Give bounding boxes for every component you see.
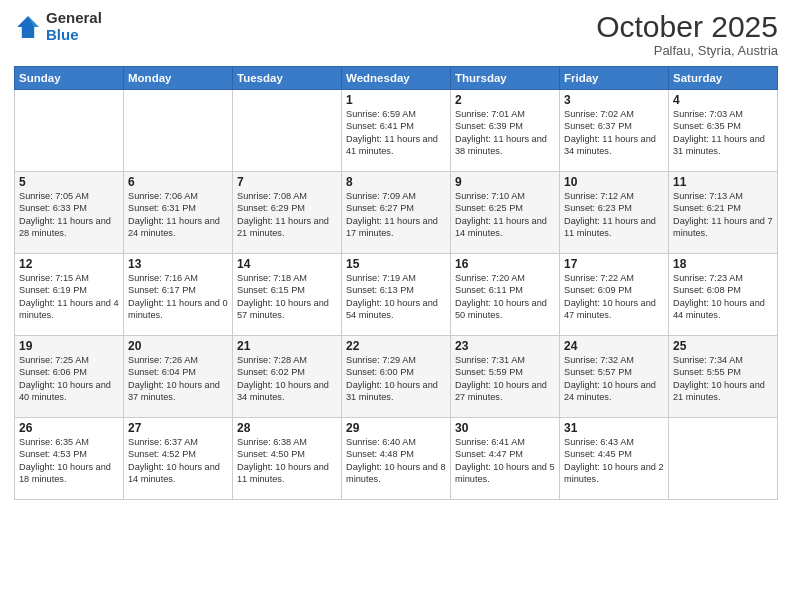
day-info: Sunrise: 7:05 AM Sunset: 6:33 PM Dayligh…	[19, 190, 119, 240]
day-info: Sunrise: 7:10 AM Sunset: 6:25 PM Dayligh…	[455, 190, 555, 240]
day-info: Sunrise: 7:08 AM Sunset: 6:29 PM Dayligh…	[237, 190, 337, 240]
day-info: Sunrise: 6:35 AM Sunset: 4:53 PM Dayligh…	[19, 436, 119, 486]
day-info: Sunrise: 7:03 AM Sunset: 6:35 PM Dayligh…	[673, 108, 773, 158]
week-row-3: 19Sunrise: 7:25 AM Sunset: 6:06 PM Dayli…	[15, 336, 778, 418]
day-number: 12	[19, 257, 119, 271]
col-wednesday: Wednesday	[342, 67, 451, 90]
logo-blue-text: Blue	[46, 26, 79, 43]
day-info: Sunrise: 7:18 AM Sunset: 6:15 PM Dayligh…	[237, 272, 337, 322]
day-info: Sunrise: 7:34 AM Sunset: 5:55 PM Dayligh…	[673, 354, 773, 404]
col-sunday: Sunday	[15, 67, 124, 90]
week-row-1: 5Sunrise: 7:05 AM Sunset: 6:33 PM Daylig…	[15, 172, 778, 254]
day-number: 6	[128, 175, 228, 189]
title-block: October 2025 Palfau, Styria, Austria	[596, 10, 778, 58]
day-info: Sunrise: 7:25 AM Sunset: 6:06 PM Dayligh…	[19, 354, 119, 404]
table-cell: 1Sunrise: 6:59 AM Sunset: 6:41 PM Daylig…	[342, 90, 451, 172]
table-cell: 30Sunrise: 6:41 AM Sunset: 4:47 PM Dayli…	[451, 418, 560, 500]
header: General Blue October 2025 Palfau, Styria…	[14, 10, 778, 58]
week-row-2: 12Sunrise: 7:15 AM Sunset: 6:19 PM Dayli…	[15, 254, 778, 336]
table-cell: 25Sunrise: 7:34 AM Sunset: 5:55 PM Dayli…	[669, 336, 778, 418]
page: General Blue October 2025 Palfau, Styria…	[0, 0, 792, 612]
table-cell: 2Sunrise: 7:01 AM Sunset: 6:39 PM Daylig…	[451, 90, 560, 172]
day-info: Sunrise: 6:41 AM Sunset: 4:47 PM Dayligh…	[455, 436, 555, 486]
table-cell: 29Sunrise: 6:40 AM Sunset: 4:48 PM Dayli…	[342, 418, 451, 500]
table-cell: 27Sunrise: 6:37 AM Sunset: 4:52 PM Dayli…	[124, 418, 233, 500]
day-number: 7	[237, 175, 337, 189]
day-number: 25	[673, 339, 773, 353]
table-cell: 31Sunrise: 6:43 AM Sunset: 4:45 PM Dayli…	[560, 418, 669, 500]
table-cell: 8Sunrise: 7:09 AM Sunset: 6:27 PM Daylig…	[342, 172, 451, 254]
calendar-header-row: Sunday Monday Tuesday Wednesday Thursday…	[15, 67, 778, 90]
week-row-4: 26Sunrise: 6:35 AM Sunset: 4:53 PM Dayli…	[15, 418, 778, 500]
table-cell: 20Sunrise: 7:26 AM Sunset: 6:04 PM Dayli…	[124, 336, 233, 418]
day-info: Sunrise: 7:16 AM Sunset: 6:17 PM Dayligh…	[128, 272, 228, 322]
day-info: Sunrise: 7:29 AM Sunset: 6:00 PM Dayligh…	[346, 354, 446, 404]
table-cell: 17Sunrise: 7:22 AM Sunset: 6:09 PM Dayli…	[560, 254, 669, 336]
col-friday: Friday	[560, 67, 669, 90]
day-info: Sunrise: 7:23 AM Sunset: 6:08 PM Dayligh…	[673, 272, 773, 322]
day-number: 13	[128, 257, 228, 271]
day-number: 20	[128, 339, 228, 353]
day-number: 23	[455, 339, 555, 353]
day-number: 24	[564, 339, 664, 353]
day-number: 22	[346, 339, 446, 353]
logo-general-text: General	[46, 9, 102, 26]
day-number: 28	[237, 421, 337, 435]
day-info: Sunrise: 7:31 AM Sunset: 5:59 PM Dayligh…	[455, 354, 555, 404]
day-info: Sunrise: 7:28 AM Sunset: 6:02 PM Dayligh…	[237, 354, 337, 404]
calendar-table: Sunday Monday Tuesday Wednesday Thursday…	[14, 66, 778, 500]
table-cell: 5Sunrise: 7:05 AM Sunset: 6:33 PM Daylig…	[15, 172, 124, 254]
table-cell: 9Sunrise: 7:10 AM Sunset: 6:25 PM Daylig…	[451, 172, 560, 254]
table-cell: 24Sunrise: 7:32 AM Sunset: 5:57 PM Dayli…	[560, 336, 669, 418]
day-info: Sunrise: 6:37 AM Sunset: 4:52 PM Dayligh…	[128, 436, 228, 486]
logo-icon	[14, 13, 42, 41]
table-cell: 19Sunrise: 7:25 AM Sunset: 6:06 PM Dayli…	[15, 336, 124, 418]
col-monday: Monday	[124, 67, 233, 90]
day-number: 29	[346, 421, 446, 435]
day-info: Sunrise: 7:09 AM Sunset: 6:27 PM Dayligh…	[346, 190, 446, 240]
table-cell	[669, 418, 778, 500]
table-cell	[124, 90, 233, 172]
table-cell: 15Sunrise: 7:19 AM Sunset: 6:13 PM Dayli…	[342, 254, 451, 336]
day-number: 10	[564, 175, 664, 189]
week-row-0: 1Sunrise: 6:59 AM Sunset: 6:41 PM Daylig…	[15, 90, 778, 172]
table-cell: 22Sunrise: 7:29 AM Sunset: 6:00 PM Dayli…	[342, 336, 451, 418]
day-number: 2	[455, 93, 555, 107]
day-info: Sunrise: 7:20 AM Sunset: 6:11 PM Dayligh…	[455, 272, 555, 322]
day-info: Sunrise: 6:40 AM Sunset: 4:48 PM Dayligh…	[346, 436, 446, 486]
day-number: 4	[673, 93, 773, 107]
table-cell: 16Sunrise: 7:20 AM Sunset: 6:11 PM Dayli…	[451, 254, 560, 336]
day-number: 5	[19, 175, 119, 189]
day-number: 30	[455, 421, 555, 435]
table-cell: 10Sunrise: 7:12 AM Sunset: 6:23 PM Dayli…	[560, 172, 669, 254]
day-number: 31	[564, 421, 664, 435]
day-info: Sunrise: 7:13 AM Sunset: 6:21 PM Dayligh…	[673, 190, 773, 240]
col-saturday: Saturday	[669, 67, 778, 90]
logo-text: General Blue	[46, 10, 102, 43]
day-number: 21	[237, 339, 337, 353]
table-cell: 12Sunrise: 7:15 AM Sunset: 6:19 PM Dayli…	[15, 254, 124, 336]
day-info: Sunrise: 7:32 AM Sunset: 5:57 PM Dayligh…	[564, 354, 664, 404]
month-title: October 2025	[596, 10, 778, 43]
table-cell: 3Sunrise: 7:02 AM Sunset: 6:37 PM Daylig…	[560, 90, 669, 172]
logo: General Blue	[14, 10, 102, 43]
table-cell: 23Sunrise: 7:31 AM Sunset: 5:59 PM Dayli…	[451, 336, 560, 418]
day-info: Sunrise: 7:12 AM Sunset: 6:23 PM Dayligh…	[564, 190, 664, 240]
table-cell: 18Sunrise: 7:23 AM Sunset: 6:08 PM Dayli…	[669, 254, 778, 336]
col-tuesday: Tuesday	[233, 67, 342, 90]
day-number: 27	[128, 421, 228, 435]
table-cell	[233, 90, 342, 172]
col-thursday: Thursday	[451, 67, 560, 90]
day-info: Sunrise: 7:06 AM Sunset: 6:31 PM Dayligh…	[128, 190, 228, 240]
table-cell: 28Sunrise: 6:38 AM Sunset: 4:50 PM Dayli…	[233, 418, 342, 500]
day-number: 3	[564, 93, 664, 107]
day-number: 18	[673, 257, 773, 271]
day-number: 1	[346, 93, 446, 107]
day-info: Sunrise: 7:22 AM Sunset: 6:09 PM Dayligh…	[564, 272, 664, 322]
day-number: 14	[237, 257, 337, 271]
table-cell: 11Sunrise: 7:13 AM Sunset: 6:21 PM Dayli…	[669, 172, 778, 254]
day-info: Sunrise: 7:19 AM Sunset: 6:13 PM Dayligh…	[346, 272, 446, 322]
day-info: Sunrise: 6:38 AM Sunset: 4:50 PM Dayligh…	[237, 436, 337, 486]
day-number: 8	[346, 175, 446, 189]
day-number: 17	[564, 257, 664, 271]
